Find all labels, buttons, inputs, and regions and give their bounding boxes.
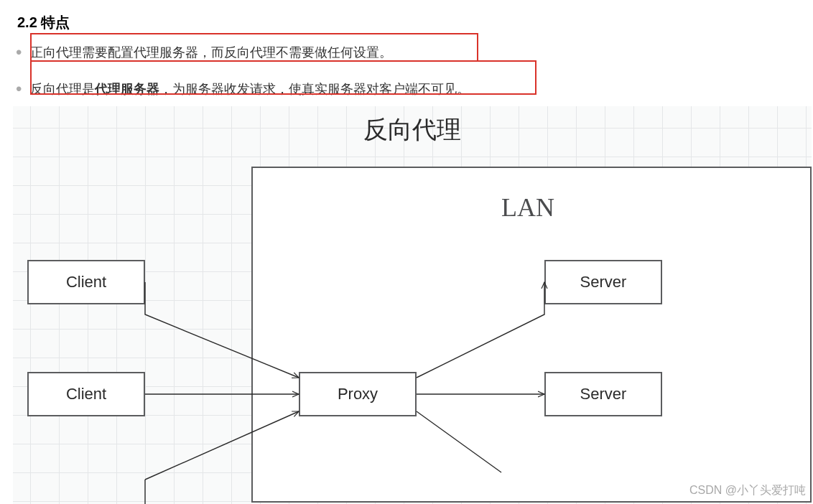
proxy-node: Proxy xyxy=(299,372,417,416)
lan-label: LAN xyxy=(501,192,554,223)
client-node-1: Client xyxy=(27,260,145,304)
server-node-1: Server xyxy=(544,260,662,304)
server-node-1-label: Server xyxy=(580,273,627,291)
feature-item-1: 正向代理需要配置代理服务器，而反向代理不需要做任何设置。 xyxy=(10,42,813,63)
section-heading: 2.2 特点 xyxy=(0,0,813,32)
server-node-2: Server xyxy=(544,372,662,416)
diagram-title: 反向代理 xyxy=(363,113,461,146)
client-node-2-label: Client xyxy=(66,385,106,403)
feature-text-2-bold: 代理服务器 xyxy=(95,82,159,96)
feature-text-2-suffix: ，为服务器收发请求，使真实服务器对客户端不可见。 xyxy=(159,82,470,96)
client-node-2: Client xyxy=(27,372,145,416)
watermark: CSDN @小丫头爱打吨 xyxy=(689,483,806,498)
feature-text-1: 正向代理需要配置代理服务器，而反向代理不需要做任何设置。 xyxy=(30,45,392,60)
feature-item-2: 反向代理是代理服务器，为服务器收发请求，使真实服务器对客户端不可见。 xyxy=(10,79,813,100)
client-node-1-label: Client xyxy=(66,273,106,291)
proxy-node-label: Proxy xyxy=(338,385,378,403)
server-node-2-label: Server xyxy=(580,385,627,403)
reverse-proxy-diagram: 反向代理 LAN Client Client Proxy Server Serv… xyxy=(13,106,812,504)
features-list: 正向代理需要配置代理服务器，而反向代理不需要做任何设置。 反向代理是代理服务器，… xyxy=(0,32,813,100)
feature-text-2-prefix: 反向代理是 xyxy=(30,82,95,96)
